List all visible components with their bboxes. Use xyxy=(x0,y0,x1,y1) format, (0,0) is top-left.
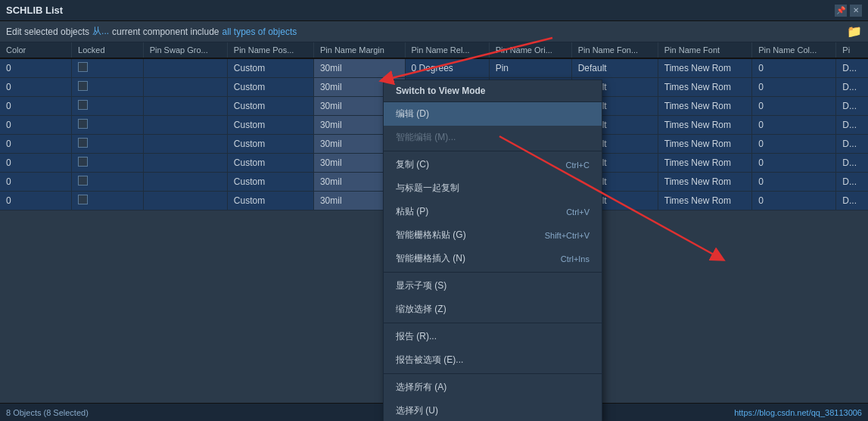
table-cell: 0 xyxy=(0,154,72,173)
table-cell xyxy=(72,97,144,116)
context-menu-separator xyxy=(384,151,602,151)
table-cell: Times New Rom xyxy=(658,154,751,173)
table-cell: Custom xyxy=(227,135,313,154)
table-cell: Times New Rom xyxy=(658,173,751,192)
table-cell: 0 xyxy=(0,173,72,192)
table-cell: Times New Rom xyxy=(658,58,751,78)
context-menu-separator xyxy=(384,373,602,374)
context-menu-item[interactable]: 报告被选项 (E)... xyxy=(384,348,602,372)
context-menu-separator xyxy=(384,323,602,323)
table-cell: Times New Rom xyxy=(658,97,751,116)
col-pin-name-rel: Pin Name Rel... xyxy=(405,42,489,58)
table-header-row: Color Locked Pin Swap Gro... Pin Name Po… xyxy=(0,42,868,58)
table-row[interactable]: 0Custom30mil0 DegreesPinDefaultTimes New… xyxy=(0,58,868,78)
table-cell: Custom xyxy=(227,154,313,173)
table-cell: D... xyxy=(836,116,868,135)
table-cell: Times New Rom xyxy=(658,135,751,154)
table-cell: Custom xyxy=(227,192,313,210)
table-cell xyxy=(72,154,144,173)
table-cell: D... xyxy=(836,135,868,154)
context-menu-item-shortcut: Ctrl+V xyxy=(566,207,590,217)
locked-checkbox[interactable] xyxy=(78,100,88,110)
col-pin-name-fon: Pin Name Fon... xyxy=(571,42,658,58)
table-cell xyxy=(72,58,144,78)
table-cell: 0 xyxy=(752,78,836,97)
context-menu-item[interactable]: 复制 (C)Ctrl+C xyxy=(384,153,602,176)
table-cell xyxy=(72,135,144,154)
locked-checkbox[interactable] xyxy=(78,119,88,129)
locked-checkbox[interactable] xyxy=(78,176,88,186)
title-bar-controls: 📌 ✕ xyxy=(835,5,862,17)
table-cell: D... xyxy=(836,58,868,78)
context-menu-item[interactable]: 缩放选择 (Z) xyxy=(384,298,602,321)
table-cell: Custom xyxy=(227,173,313,192)
col-pin-name-margin: Pin Name Margin xyxy=(313,42,405,58)
context-menu-item[interactable]: 编辑 (D) xyxy=(384,102,602,126)
context-menu-item-label: 与标题一起复制 xyxy=(396,182,459,195)
table-cell xyxy=(72,173,144,192)
table-cell: Default xyxy=(571,58,658,78)
context-menu-item-label: 智能栅格插入 (N) xyxy=(396,252,465,265)
context-menu-item-label: 智能编辑 (M)... xyxy=(396,131,456,144)
locked-checkbox[interactable] xyxy=(78,138,88,148)
context-menu-item: 智能编辑 (M)... xyxy=(384,126,602,149)
context-menu-item-label: 编辑 (D) xyxy=(396,108,429,120)
context-menu-item[interactable]: 选择所有 (A) xyxy=(384,376,602,399)
edit-prefix: Edit selected objects xyxy=(6,27,89,37)
title-bar: SCHLIB List 📌 ✕ xyxy=(0,0,868,21)
table-cell: 0 xyxy=(752,135,836,154)
table-cell: D... xyxy=(836,154,868,173)
table-cell xyxy=(72,116,144,135)
context-menu-item-label: 选择所有 (A) xyxy=(396,381,446,394)
table-cell xyxy=(143,154,227,173)
table-cell: 0 xyxy=(0,192,72,210)
table-cell: 0 Degrees xyxy=(405,58,489,78)
col-pin-name-col: Pin Name Col... xyxy=(752,42,836,58)
locked-checkbox[interactable] xyxy=(78,157,88,167)
table-cell xyxy=(72,192,144,210)
locked-checkbox[interactable] xyxy=(78,81,88,91)
icon-folder: 📁 xyxy=(847,24,862,39)
table-cell xyxy=(143,58,227,78)
table-cell: D... xyxy=(836,173,868,192)
col-pin-swap-gro: Pin Swap Gro... xyxy=(143,42,227,58)
col-pin-name-ori: Pin Name Ori... xyxy=(489,42,571,58)
locked-checkbox[interactable] xyxy=(78,195,88,204)
table-cell xyxy=(72,78,144,97)
col-pin-name-font: Pin Name Font xyxy=(658,42,751,58)
edit-from-link[interactable]: 从... xyxy=(92,25,109,38)
locked-checkbox[interactable] xyxy=(78,62,88,72)
context-menu-item[interactable]: 与标题一起复制 xyxy=(384,176,602,200)
context-menu-item[interactable]: 智能栅格粘贴 (G)Shift+Ctrl+V xyxy=(384,223,602,247)
table-cell: 30mil xyxy=(313,58,405,78)
context-menu-item[interactable]: 报告 (R)... xyxy=(384,325,602,348)
context-menu-item[interactable]: 选择列 (U) xyxy=(384,399,602,421)
status-text: 8 Objects (8 Selected) xyxy=(6,408,89,417)
context-menu: Switch to View Mode 编辑 (D)智能编辑 (M)...复制 … xyxy=(383,80,602,421)
table-cell: 0 xyxy=(0,97,72,116)
context-menu-separator xyxy=(384,272,602,273)
context-menu-header[interactable]: Switch to View Mode xyxy=(384,80,602,102)
context-menu-item-label: 报告 (R)... xyxy=(396,330,437,343)
edit-middle: current component include xyxy=(112,27,219,37)
close-button[interactable]: ✕ xyxy=(850,5,862,17)
table-cell xyxy=(143,97,227,116)
table-cell: 0 xyxy=(0,58,72,78)
context-menu-item-label: 显示子项 (S) xyxy=(396,279,446,292)
table-cell: Times New Rom xyxy=(658,78,751,97)
context-menu-item-label: 选择列 (U) xyxy=(396,404,438,417)
table-cell: 0 xyxy=(752,173,836,192)
pin-button[interactable]: 📌 xyxy=(835,5,847,17)
table-cell: Pin xyxy=(489,58,571,78)
col-locked: Locked xyxy=(72,42,144,58)
context-menu-item-label: 缩放选择 (Z) xyxy=(396,303,446,316)
context-menu-item-label: 智能栅格粘贴 (G) xyxy=(396,229,466,242)
context-menu-item-shortcut: Ctrl+C xyxy=(566,161,590,170)
context-menu-item[interactable]: 智能栅格插入 (N)Ctrl+Ins xyxy=(384,247,602,270)
table-cell: Custom xyxy=(227,97,313,116)
context-menu-item[interactable]: 粘贴 (P)Ctrl+V xyxy=(384,200,602,223)
col-pi: Pi xyxy=(836,42,868,58)
context-menu-item[interactable]: 显示子项 (S) xyxy=(384,274,602,298)
table-cell xyxy=(143,192,227,210)
edit-types-link[interactable]: all types of objects xyxy=(222,27,297,37)
